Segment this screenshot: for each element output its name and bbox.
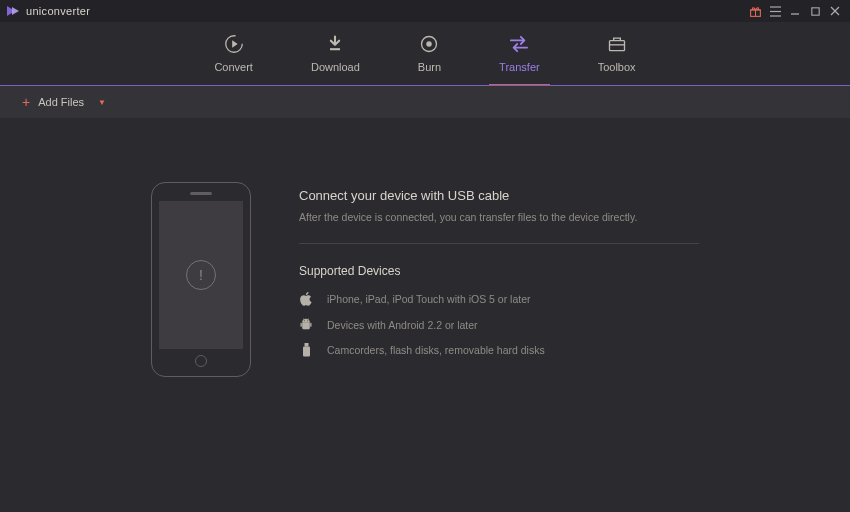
titlebar: uniconverter — [0, 0, 850, 22]
phone-illustration: ! — [151, 182, 251, 377]
gift-icon[interactable] — [746, 2, 764, 20]
exclamation-icon: ! — [186, 260, 216, 290]
svg-point-13 — [427, 41, 431, 45]
svg-rect-20 — [304, 343, 308, 347]
divider — [299, 243, 699, 244]
close-button[interactable] — [826, 2, 844, 20]
svg-rect-14 — [609, 40, 624, 50]
svg-point-17 — [307, 320, 308, 321]
tab-toolbox[interactable]: Toolbox — [598, 33, 636, 75]
phone-home-button-icon — [195, 355, 207, 367]
supported-apple-row: iPhone, iPad, iPod Touch with iOS 5 or l… — [299, 292, 699, 306]
svg-rect-21 — [303, 347, 310, 357]
svg-point-16 — [304, 320, 305, 321]
svg-rect-7 — [811, 7, 818, 14]
svg-rect-19 — [310, 323, 311, 327]
phone-speaker-icon — [190, 192, 212, 195]
supported-android-row: Devices with Android 2.2 or later — [299, 318, 699, 331]
svg-rect-18 — [301, 323, 302, 327]
storage-icon — [299, 343, 313, 357]
info-panel: Connect your device with USB cable After… — [299, 182, 699, 369]
add-files-label: Add Files — [38, 96, 84, 108]
convert-icon — [223, 33, 245, 55]
android-icon — [299, 318, 313, 331]
tab-burn[interactable]: Burn — [418, 33, 441, 75]
menu-icon[interactable] — [766, 2, 784, 20]
supported-android-text: Devices with Android 2.2 or later — [327, 319, 478, 331]
download-icon — [324, 33, 346, 55]
app-title: uniconverter — [26, 5, 90, 17]
sub-toolbar: + Add Files ▼ — [0, 86, 850, 118]
minimize-button[interactable] — [786, 2, 804, 20]
apple-icon — [299, 292, 313, 306]
supported-storage-row: Camcorders, flash disks, removable hard … — [299, 343, 699, 357]
chevron-down-icon: ▼ — [98, 98, 106, 107]
svg-rect-11 — [330, 48, 340, 50]
burn-icon — [418, 33, 440, 55]
tab-convert[interactable]: Convert — [214, 33, 253, 75]
connect-heading: Connect your device with USB cable — [299, 188, 699, 203]
app-logo-icon — [6, 5, 20, 17]
add-files-button[interactable]: + Add Files ▼ — [22, 94, 106, 110]
supported-storage-text: Camcorders, flash disks, removable hard … — [327, 344, 545, 356]
phone-screen: ! — [159, 201, 243, 349]
tab-download[interactable]: Download — [311, 33, 360, 75]
supported-apple-text: iPhone, iPad, iPod Touch with iOS 5 or l… — [327, 293, 531, 305]
main-tabs: Convert Download Burn Transfer Toolbox — [0, 22, 850, 86]
plus-icon: + — [22, 94, 30, 110]
main-content: ! Connect your device with USB cable Aft… — [0, 118, 850, 377]
transfer-icon — [508, 33, 530, 55]
toolbox-icon — [606, 33, 628, 55]
maximize-button[interactable] — [806, 2, 824, 20]
tab-transfer[interactable]: Transfer — [499, 33, 540, 75]
connect-subtext: After the device is connected, you can t… — [299, 211, 699, 223]
supported-heading: Supported Devices — [299, 264, 699, 278]
